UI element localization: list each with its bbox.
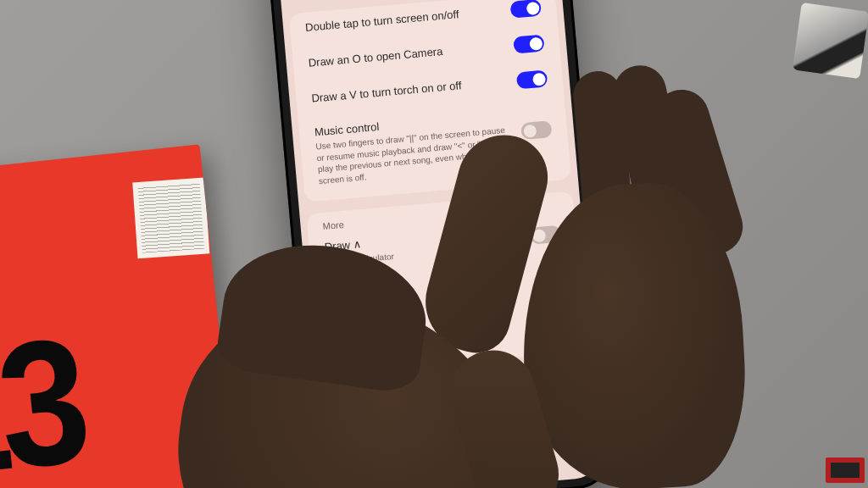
toggle-draw-o[interactable]: [513, 35, 545, 54]
gesture-label: Double tap to turn screen on/off: [305, 4, 502, 35]
product-box-sticker: [132, 177, 209, 258]
gesture-label: Draw an O to open Camera: [308, 40, 504, 70]
corner-tag: [826, 458, 865, 483]
product-box-number: 13: [0, 312, 86, 488]
toggle-double-tap[interactable]: [509, 0, 542, 19]
desk-object-plug: [793, 3, 868, 79]
